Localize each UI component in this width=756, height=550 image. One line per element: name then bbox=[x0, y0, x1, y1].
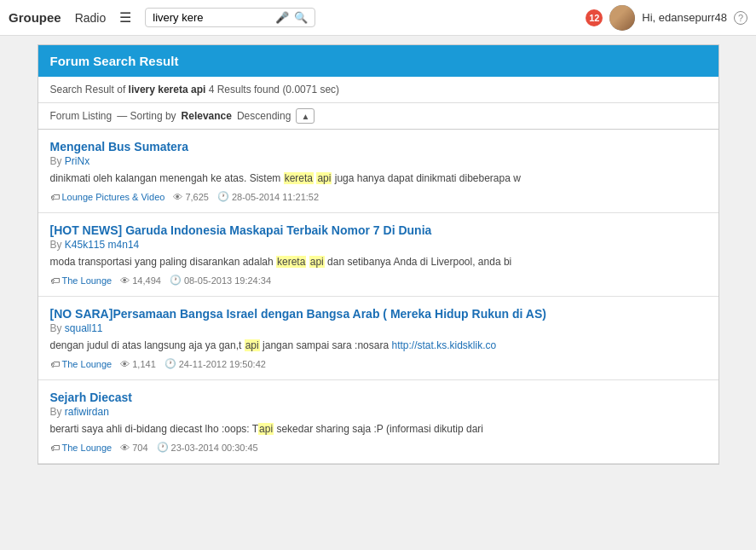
search-input[interactable] bbox=[153, 11, 270, 24]
tag-2: 🏷 The Lounge bbox=[50, 275, 113, 286]
result-meta-2: 🏷 The Lounge 👁 14,494 🕐 08-05-2013 19:24… bbox=[50, 275, 707, 286]
avatar[interactable] bbox=[609, 5, 635, 31]
date-1: 🕐 28-05-2014 11:21:52 bbox=[217, 191, 319, 202]
clock-icon-3: 🕐 bbox=[164, 358, 176, 369]
result-author-2: By K45k115 m4n14 bbox=[50, 239, 707, 251]
views-3: 👁 1,141 bbox=[120, 359, 156, 369]
result-author-link-2[interactable]: K45k115 m4n14 bbox=[65, 239, 139, 251]
tag-link-2[interactable]: The Lounge bbox=[62, 275, 113, 286]
hamburger-icon[interactable]: ☰ bbox=[119, 9, 131, 26]
result-snippet-4: berarti saya ahli di-bidang diecast lho … bbox=[50, 421, 707, 437]
snippet-link-3[interactable]: http://stat.ks.kidsklik.co bbox=[391, 339, 496, 351]
search-info-prefix: Search Result of bbox=[50, 84, 126, 96]
search-count: 4 Results found bbox=[209, 84, 280, 96]
tag-4: 🏷 The Lounge bbox=[50, 443, 113, 453]
result-item-2: [HOT NEWS] Garuda Indonesia Maskapai Ter… bbox=[38, 213, 718, 297]
main-container: Forum Search Result Search Result of liv… bbox=[38, 44, 719, 465]
tag-link-3[interactable]: The Lounge bbox=[62, 359, 113, 369]
result-item-4: Sejarh Diecast By rafiwirdan berarti say… bbox=[38, 380, 718, 464]
result-meta-4: 🏷 The Lounge 👁 704 🕐 23-03-2014 00:30:45 bbox=[50, 442, 707, 453]
tag-3: 🏷 The Lounge bbox=[50, 359, 113, 369]
result-snippet-3: dengan judul di atas langsung aja ya gan… bbox=[50, 338, 707, 353]
nav-link-radio[interactable]: Radio bbox=[75, 11, 107, 25]
forum-header-title: Forum Search Result bbox=[50, 54, 179, 68]
eye-icon-2: 👁 bbox=[120, 275, 130, 286]
result-author-link-1[interactable]: PriNx bbox=[65, 155, 89, 167]
nav-right: 12 Hi, edansepurr48 ? bbox=[586, 5, 747, 31]
search-query: livery kereta api bbox=[129, 84, 206, 96]
eye-icon-1: 👁 bbox=[173, 192, 182, 202]
notification-badge[interactable]: 12 bbox=[586, 9, 603, 26]
result-title-3[interactable]: [NO SARA]Persamaan Bangsa Israel dengan … bbox=[50, 307, 707, 321]
tag-link-4[interactable]: The Lounge bbox=[62, 443, 113, 453]
listing-label: Forum Listing bbox=[50, 110, 113, 122]
result-author-1: By PriNx bbox=[50, 155, 707, 167]
search-info-bar: Search Result of livery kereta api 4 Res… bbox=[38, 77, 718, 103]
result-title-4[interactable]: Sejarh Diecast bbox=[50, 391, 707, 404]
mic-icon[interactable]: 🎤 bbox=[275, 11, 289, 24]
sort-direction: Descending bbox=[237, 110, 291, 122]
help-icon[interactable]: ? bbox=[734, 11, 747, 25]
date-4: 🕐 23-03-2014 00:30:45 bbox=[157, 442, 258, 453]
forum-header: Forum Search Result bbox=[38, 45, 718, 77]
listing-bar: Forum Listing — Sorting by Relevance Des… bbox=[38, 103, 718, 130]
views-2: 👁 14,494 bbox=[120, 275, 161, 286]
date-2: 🕐 08-05-2013 19:24:34 bbox=[170, 275, 271, 286]
result-author-link-4[interactable]: rafiwirdan bbox=[65, 406, 109, 418]
site-logo[interactable]: Groupee bbox=[9, 10, 61, 25]
tag-icon-1: 🏷 bbox=[50, 192, 60, 202]
result-author-link-3[interactable]: squall11 bbox=[65, 322, 103, 334]
result-meta-3: 🏷 The Lounge 👁 1,141 🕐 24-11-2012 19:50:… bbox=[50, 358, 707, 369]
date-3: 🕐 24-11-2012 19:50:42 bbox=[164, 358, 266, 369]
result-snippet-2: moda transportasi yang paling disarankan… bbox=[50, 254, 707, 269]
eye-icon-3: 👁 bbox=[120, 359, 130, 369]
tag-link-1[interactable]: Lounge Pictures & Video bbox=[62, 192, 165, 202]
search-bar: 🎤 🔍 bbox=[145, 8, 315, 27]
search-icon[interactable]: 🔍 bbox=[294, 11, 308, 24]
tag-icon-3: 🏷 bbox=[50, 359, 60, 369]
listing-separator: — Sorting by bbox=[117, 110, 176, 122]
eye-icon-4: 👁 bbox=[120, 443, 130, 453]
tag-icon-2: 🏷 bbox=[50, 275, 60, 286]
clock-icon-2: 🕐 bbox=[170, 275, 182, 286]
sort-field: Relevance bbox=[182, 110, 232, 122]
result-item-3: [NO SARA]Persamaan Bangsa Israel dengan … bbox=[38, 297, 718, 380]
result-author-3: By squall11 bbox=[50, 322, 707, 334]
result-snippet-1: dinikmati oleh kalangan menengah ke atas… bbox=[50, 171, 707, 186]
views-4: 👁 704 bbox=[120, 443, 147, 453]
search-time: (0.0071 sec) bbox=[282, 84, 339, 96]
result-meta-1: 🏷 Lounge Pictures & Video 👁 7,625 🕐 28-0… bbox=[50, 191, 707, 202]
clock-icon-4: 🕐 bbox=[157, 442, 169, 453]
result-title-2[interactable]: [HOT NEWS] Garuda Indonesia Maskapai Ter… bbox=[50, 223, 707, 237]
result-title-1[interactable]: Mengenal Bus Sumatera bbox=[50, 140, 707, 153]
result-author-4: By rafiwirdan bbox=[50, 406, 707, 418]
user-greeting: Hi, edansepurr48 bbox=[642, 11, 727, 24]
clock-icon-1: 🕐 bbox=[217, 191, 229, 202]
sort-arrow-button[interactable]: ▲ bbox=[296, 108, 315, 124]
tag-1: 🏷 Lounge Pictures & Video bbox=[50, 192, 165, 202]
tag-icon-4: 🏷 bbox=[50, 443, 60, 453]
result-item-1: Mengenal Bus Sumatera By PriNx dinikmati… bbox=[38, 130, 718, 213]
views-1: 👁 7,625 bbox=[173, 192, 209, 202]
top-navigation: Groupee Radio ☰ 🎤 🔍 12 Hi, edansepurr48 … bbox=[0, 0, 756, 36]
